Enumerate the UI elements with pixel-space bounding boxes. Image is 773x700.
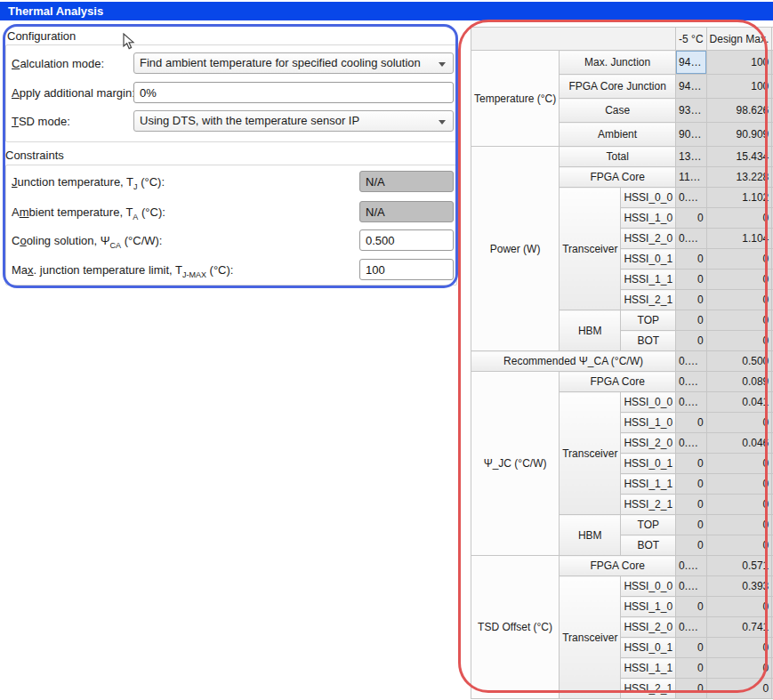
- cell-value[interactable]: 13…: [676, 147, 706, 167]
- cell-value[interactable]: 90…: [676, 123, 706, 147]
- row-subheader[interactable]: TOP: [621, 310, 676, 331]
- row-subheader[interactable]: BOT: [621, 331, 676, 351]
- row-subheader[interactable]: HSSI_2_0: [621, 617, 676, 638]
- row-header[interactable]: Transceiver: [560, 188, 621, 310]
- cell-value[interactable]: 0: [676, 454, 706, 474]
- cell-value[interactable]: 1.104: [706, 229, 772, 249]
- cell-value[interactable]: 90.909: [706, 123, 772, 147]
- row-group-header[interactable]: Power (W): [471, 147, 560, 351]
- cell-value[interactable]: 0: [706, 495, 772, 515]
- row-group-header[interactable]: Ψ_JC (°C/W): [471, 372, 560, 556]
- cell-value[interactable]: 0: [676, 310, 706, 331]
- cell-value[interactable]: 0: [706, 535, 772, 556]
- row-subheader[interactable]: HSSI_2_1: [621, 679, 676, 699]
- cell-value[interactable]: 0: [706, 331, 772, 351]
- cell-value[interactable]: 0: [706, 270, 772, 290]
- cell-value[interactable]: 0: [706, 474, 772, 495]
- row-subheader[interactable]: BOT: [621, 535, 676, 556]
- cell-value[interactable]: 0: [676, 597, 706, 617]
- row-subheader[interactable]: HSSI_1_0: [621, 208, 676, 229]
- cell-value[interactable]: 15.434: [706, 147, 772, 167]
- cell-value-selected[interactable]: 94…: [676, 51, 706, 75]
- row-subheader[interactable]: HSSI_2_1: [621, 495, 676, 515]
- cell-value[interactable]: 0.…: [676, 433, 706, 454]
- row-header[interactable]: FPGA Core Junction: [560, 75, 676, 99]
- cell-value[interactable]: 11…: [676, 167, 706, 188]
- row-header[interactable]: HBM: [560, 515, 621, 556]
- row-subheader[interactable]: HSSI_0_1: [621, 454, 676, 474]
- cell-value[interactable]: 0: [676, 535, 706, 556]
- cell-value[interactable]: 1.102: [706, 188, 772, 208]
- cell-value[interactable]: 0: [676, 474, 706, 495]
- cell-value[interactable]: 0: [706, 597, 772, 617]
- cell-value[interactable]: 0: [676, 679, 706, 699]
- cell-value[interactable]: 0.…: [676, 617, 706, 638]
- cell-value[interactable]: 0: [676, 638, 706, 658]
- cell-value[interactable]: 0: [676, 290, 706, 310]
- cell-value[interactable]: 0: [706, 290, 772, 310]
- row-header[interactable]: Transceiver: [560, 576, 621, 699]
- cell-value[interactable]: 0.…: [676, 229, 706, 249]
- row-subheader[interactable]: HSSI_1_0: [621, 413, 676, 433]
- cell-value[interactable]: 0: [706, 208, 772, 229]
- cell-value[interactable]: 0: [676, 270, 706, 290]
- row-subheader[interactable]: HSSI_1_0: [621, 597, 676, 617]
- cell-value[interactable]: 0: [676, 331, 706, 351]
- row-subheader[interactable]: HSSI_2_0: [621, 229, 676, 249]
- additional-margin-input[interactable]: [133, 82, 454, 103]
- row-subheader[interactable]: HSSI_1_1: [621, 270, 676, 290]
- max-junction-temp-limit-input[interactable]: [359, 259, 454, 280]
- cell-value[interactable]: 0: [676, 413, 706, 433]
- cell-value[interactable]: 0.046: [706, 433, 772, 454]
- cell-value[interactable]: 93…: [676, 99, 706, 123]
- cell-value[interactable]: 0: [676, 208, 706, 229]
- cell-value[interactable]: 0.741: [706, 617, 772, 638]
- cell-value[interactable]: 0: [706, 249, 772, 270]
- cell-value[interactable]: 0.…: [676, 556, 706, 576]
- row-subheader[interactable]: HSSI_1_1: [621, 658, 676, 679]
- cell-value[interactable]: 0.393: [706, 576, 772, 597]
- cell-value[interactable]: 0: [676, 515, 706, 535]
- cell-value[interactable]: 13.228: [706, 167, 772, 188]
- row-header[interactable]: Max. Junction: [560, 51, 676, 75]
- row-header[interactable]: FPGA Core: [560, 556, 676, 576]
- row-subheader[interactable]: TOP: [621, 515, 676, 535]
- row-header[interactable]: Total: [560, 147, 676, 167]
- cell-value[interactable]: 0: [706, 679, 772, 699]
- row-header[interactable]: Transceiver: [560, 392, 621, 515]
- cell-value[interactable]: 98.626: [706, 99, 772, 123]
- tsd-mode-select[interactable]: Using DTS, with the temperature sensor I…: [133, 110, 454, 132]
- cell-value[interactable]: 0: [676, 249, 706, 270]
- row-group-header[interactable]: Temperature (°C): [471, 51, 560, 147]
- column-header-minus5[interactable]: -5 °C: [676, 28, 706, 51]
- cell-value[interactable]: 0.571: [706, 556, 772, 576]
- row-header[interactable]: FPGA Core: [560, 167, 676, 188]
- cell-value[interactable]: 0.500: [706, 351, 772, 372]
- row-subheader[interactable]: HSSI_0_1: [621, 638, 676, 658]
- row-header[interactable]: Case: [560, 99, 676, 123]
- cell-value[interactable]: 0: [706, 413, 772, 433]
- cell-value[interactable]: 0: [676, 495, 706, 515]
- cell-value[interactable]: 0.…: [676, 372, 706, 392]
- cell-value[interactable]: 0: [706, 454, 772, 474]
- cell-value[interactable]: 0.…: [676, 576, 706, 597]
- row-subheader[interactable]: HSSI_1_1: [621, 474, 676, 495]
- cell-value[interactable]: 100: [706, 75, 772, 99]
- cell-value[interactable]: 0: [706, 310, 772, 331]
- cell-value[interactable]: 0.089: [706, 372, 772, 392]
- cell-value[interactable]: 100: [706, 51, 772, 75]
- row-header[interactable]: FPGA Core: [560, 372, 676, 392]
- row-subheader[interactable]: HSSI_0_0: [621, 576, 676, 597]
- cell-value[interactable]: 94…: [676, 75, 706, 99]
- cell-value[interactable]: 0: [706, 638, 772, 658]
- row-subheader[interactable]: HSSI_2_0: [621, 433, 676, 454]
- row-header[interactable]: Recommended Ψ_CA (°C/W): [471, 351, 676, 372]
- row-header[interactable]: Ambient: [560, 123, 676, 147]
- row-subheader[interactable]: HSSI_0_0: [621, 392, 676, 413]
- cell-value[interactable]: 0.…: [676, 188, 706, 208]
- column-header-design-max[interactable]: Design Max.: [706, 28, 772, 51]
- cell-value[interactable]: 0: [676, 658, 706, 679]
- row-subheader[interactable]: HSSI_2_1: [621, 290, 676, 310]
- row-subheader[interactable]: HSSI_0_1: [621, 249, 676, 270]
- cell-value[interactable]: 0.041: [706, 392, 772, 413]
